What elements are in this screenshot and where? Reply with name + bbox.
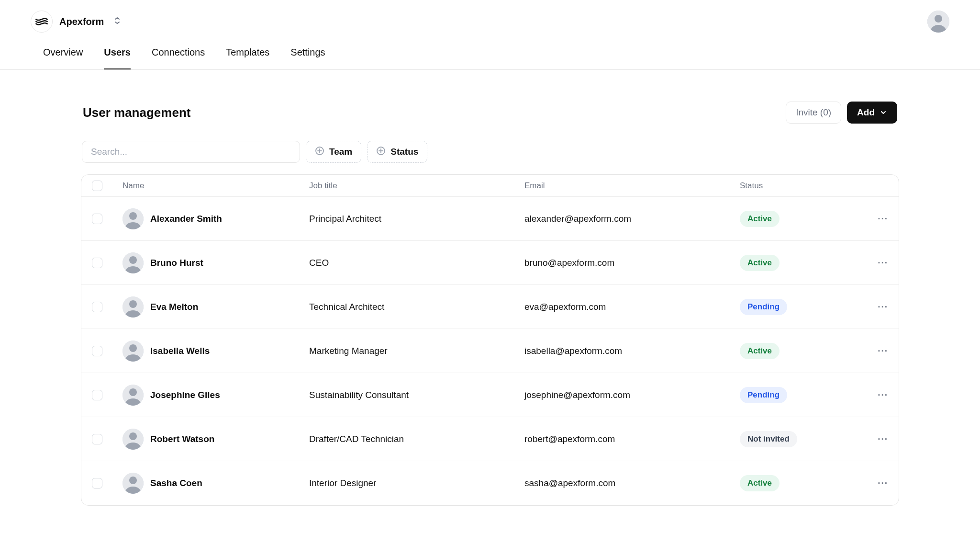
invite-button-label: Invite (0) xyxy=(796,107,831,118)
user-job-title: CEO xyxy=(309,258,524,268)
user-name: Bruno Hurst xyxy=(150,258,203,268)
column-header-job[interactable]: Job title xyxy=(309,181,524,191)
table-row: Robert WatsonDrafter/CAD Technicianrober… xyxy=(81,417,899,461)
user-avatar xyxy=(122,208,144,229)
nav-tab-overview[interactable]: Overview xyxy=(43,47,83,69)
table-row: Eva MeltonTechnical Architecteva@apexfor… xyxy=(81,285,899,329)
user-name: Isabella Wells xyxy=(150,346,210,356)
filter-chip-status[interactable]: Status xyxy=(367,141,427,163)
user-avatar xyxy=(122,341,144,362)
row-actions-button[interactable]: ··· xyxy=(850,434,888,444)
user-email: josephine@apexform.com xyxy=(524,390,740,400)
user-job-title: Technical Architect xyxy=(309,302,524,312)
invite-button[interactable]: Invite (0) xyxy=(786,102,841,124)
user-email: robert@apexform.com xyxy=(524,434,740,444)
add-button-label: Add xyxy=(857,107,875,118)
user-email: bruno@apexform.com xyxy=(524,258,740,268)
table-row: Josephine GilesSustainability Consultant… xyxy=(81,373,899,417)
table-row: Sasha CoenInterior Designersasha@apexfor… xyxy=(81,461,899,505)
nav-tab-users[interactable]: Users xyxy=(104,47,131,69)
svg-point-17 xyxy=(129,477,137,484)
svg-point-1 xyxy=(935,15,942,23)
workspace-switcher[interactable]: Apexform xyxy=(31,11,121,33)
row-actions-button[interactable]: ··· xyxy=(850,214,888,224)
user-job-title: Sustainability Consultant xyxy=(309,390,524,400)
nav-tab-templates[interactable]: Templates xyxy=(226,47,269,69)
user-job-title: Interior Designer xyxy=(309,478,524,488)
more-horizontal-icon: ··· xyxy=(878,390,888,400)
row-actions-button[interactable]: ··· xyxy=(850,478,888,488)
svg-point-15 xyxy=(129,432,137,440)
svg-point-5 xyxy=(129,212,137,220)
svg-point-9 xyxy=(129,300,137,308)
user-email: eva@apexform.com xyxy=(524,302,740,312)
status-badge: Pending xyxy=(740,299,787,315)
user-avatar xyxy=(122,252,144,273)
svg-point-11 xyxy=(129,344,137,352)
chip-label: Team xyxy=(329,147,352,157)
row-checkbox[interactable] xyxy=(92,214,102,224)
row-actions-button[interactable]: ··· xyxy=(850,390,888,400)
row-checkbox[interactable] xyxy=(92,478,102,488)
user-job-title: Marketing Manager xyxy=(309,346,524,356)
plus-circle-icon xyxy=(315,146,324,158)
user-avatar xyxy=(122,429,144,450)
user-job-title: Principal Architect xyxy=(309,214,524,224)
add-button[interactable]: Add xyxy=(847,102,897,124)
column-header-name[interactable]: Name xyxy=(122,181,309,191)
more-horizontal-icon: ··· xyxy=(878,302,888,312)
table-header-row: Name Job title Email Status xyxy=(81,175,899,197)
user-email: sasha@apexform.com xyxy=(524,478,740,488)
workspace-name: Apexform xyxy=(59,16,104,27)
more-horizontal-icon: ··· xyxy=(878,258,888,268)
select-all-checkbox[interactable] xyxy=(92,181,102,191)
status-badge: Not invited xyxy=(740,431,797,447)
workspace-logo xyxy=(31,11,53,33)
table-row: Alexander SmithPrincipal Architectalexan… xyxy=(81,197,899,241)
status-badge: Active xyxy=(740,211,780,227)
row-checkbox[interactable] xyxy=(92,434,102,444)
user-email: alexander@apexform.com xyxy=(524,214,740,224)
user-avatar xyxy=(122,385,144,406)
chip-label: Status xyxy=(390,147,418,157)
row-checkbox[interactable] xyxy=(92,346,102,356)
page-title: User management xyxy=(83,105,190,120)
table-row: Isabella WellsMarketing Managerisabella@… xyxy=(81,329,899,373)
row-actions-button[interactable]: ··· xyxy=(850,258,888,268)
user-name: Sasha Coen xyxy=(150,478,202,488)
nav-tab-settings[interactable]: Settings xyxy=(290,47,325,69)
chevron-up-down-icon xyxy=(113,16,121,28)
row-actions-button[interactable]: ··· xyxy=(850,346,888,356)
column-header-status[interactable]: Status xyxy=(740,181,850,191)
search-input[interactable] xyxy=(82,141,300,163)
svg-point-7 xyxy=(129,256,137,264)
svg-point-13 xyxy=(129,388,137,396)
user-name: Alexander Smith xyxy=(150,214,222,224)
users-table: Name Job title Email Status Alexander Sm… xyxy=(81,174,899,506)
more-horizontal-icon: ··· xyxy=(878,346,888,356)
primary-nav: OverviewUsersConnectionsTemplatesSetting… xyxy=(0,33,980,70)
user-name: Josephine Giles xyxy=(150,390,220,400)
plus-circle-icon xyxy=(376,146,386,158)
row-checkbox[interactable] xyxy=(92,390,102,400)
status-badge: Active xyxy=(740,255,780,271)
user-email: isabella@apexform.com xyxy=(524,346,740,356)
filter-chip-team[interactable]: Team xyxy=(306,141,361,163)
row-checkbox[interactable] xyxy=(92,302,102,312)
row-checkbox[interactable] xyxy=(92,258,102,268)
more-horizontal-icon: ··· xyxy=(878,434,888,444)
chevron-down-icon xyxy=(880,109,887,116)
row-actions-button[interactable]: ··· xyxy=(850,302,888,312)
column-header-email[interactable]: Email xyxy=(524,181,740,191)
current-user-avatar[interactable] xyxy=(927,11,949,33)
more-horizontal-icon: ··· xyxy=(878,478,888,488)
nav-tab-connections[interactable]: Connections xyxy=(152,47,205,69)
user-name: Robert Watson xyxy=(150,434,214,444)
user-avatar xyxy=(122,473,144,494)
status-badge: Active xyxy=(740,343,780,359)
user-avatar xyxy=(122,296,144,318)
status-badge: Active xyxy=(740,475,780,491)
status-badge: Pending xyxy=(740,387,787,403)
table-row: Bruno HurstCEObruno@apexform.comActive··… xyxy=(81,241,899,285)
more-horizontal-icon: ··· xyxy=(878,214,888,224)
